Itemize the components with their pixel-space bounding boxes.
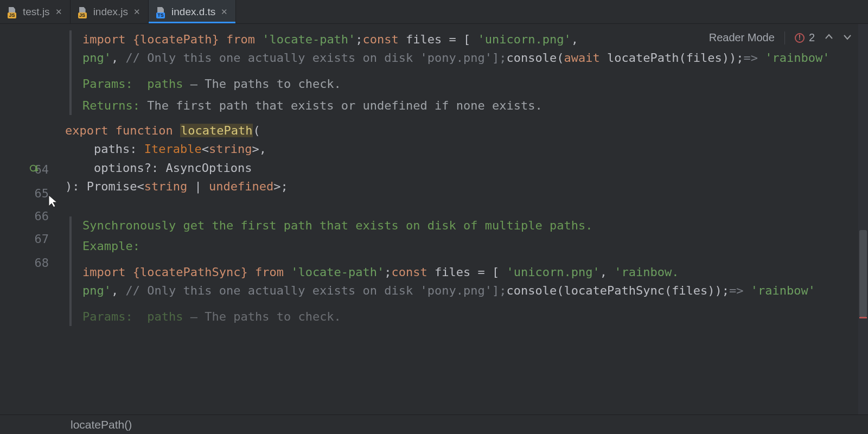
jsdoc-block: Synchronously get the first path that ex… bbox=[69, 216, 846, 326]
js-file-icon bbox=[78, 7, 88, 17]
jsdoc-params: Params: paths – The paths to check. bbox=[82, 75, 846, 93]
jsdoc-block: import {locatePath} from 'locate-path';c… bbox=[69, 30, 846, 115]
breadcrumb-item[interactable]: locatePath() bbox=[71, 418, 132, 431]
line-number: 66 bbox=[35, 207, 49, 226]
tab-label: index.d.ts bbox=[171, 6, 215, 18]
tab-label: index.js bbox=[93, 6, 128, 18]
editor-tabbar: test.js ✕ index.js ✕ index.d.ts ✕ bbox=[0, 0, 868, 24]
jsdoc-summary: Synchronously get the first path that ex… bbox=[82, 216, 846, 235]
line-number: 67 bbox=[35, 230, 49, 248]
js-file-icon bbox=[8, 7, 17, 17]
function-signature: export function locatePath( paths: Itera… bbox=[65, 122, 846, 195]
jsdoc-example: import {locatePath} from 'locate-path';c… bbox=[82, 30, 846, 67]
tab-label: test.js bbox=[23, 6, 50, 18]
jsdoc-params: Params: paths – The paths to check. bbox=[82, 308, 846, 326]
close-icon[interactable]: ✕ bbox=[133, 7, 141, 17]
line-number: 65 bbox=[35, 184, 49, 203]
close-icon[interactable]: ✕ bbox=[55, 7, 62, 17]
jsdoc-returns: Returns: The first path that exists or u… bbox=[82, 97, 846, 115]
editor-scrollbar[interactable] bbox=[858, 24, 868, 414]
tab-index-d-ts[interactable]: index.d.ts ✕ bbox=[149, 0, 236, 23]
breadcrumb[interactable]: locatePath() bbox=[0, 414, 868, 434]
scrollbar-error-marker[interactable] bbox=[859, 317, 867, 318]
line-number: 68 bbox=[35, 254, 49, 272]
jsdoc-example: import {locatePathSync} from 'locate-pat… bbox=[82, 263, 846, 300]
editor[interactable]: Reader Mode ! 2 64 65 66 67 68 import {l… bbox=[0, 24, 868, 414]
scrollbar-thumb[interactable] bbox=[859, 230, 867, 317]
recursive-call-icon[interactable] bbox=[29, 163, 40, 174]
code-area[interactable]: import {locatePath} from 'locate-path';c… bbox=[60, 24, 846, 414]
close-icon[interactable]: ✕ bbox=[221, 7, 228, 17]
gutter[interactable]: 64 65 66 67 68 bbox=[0, 24, 60, 414]
jsdoc-example-label: Example: bbox=[82, 237, 846, 256]
ts-file-icon bbox=[156, 7, 166, 17]
tab-index-js[interactable]: index.js ✕ bbox=[71, 0, 149, 23]
tab-test-js[interactable]: test.js ✕ bbox=[0, 0, 71, 23]
